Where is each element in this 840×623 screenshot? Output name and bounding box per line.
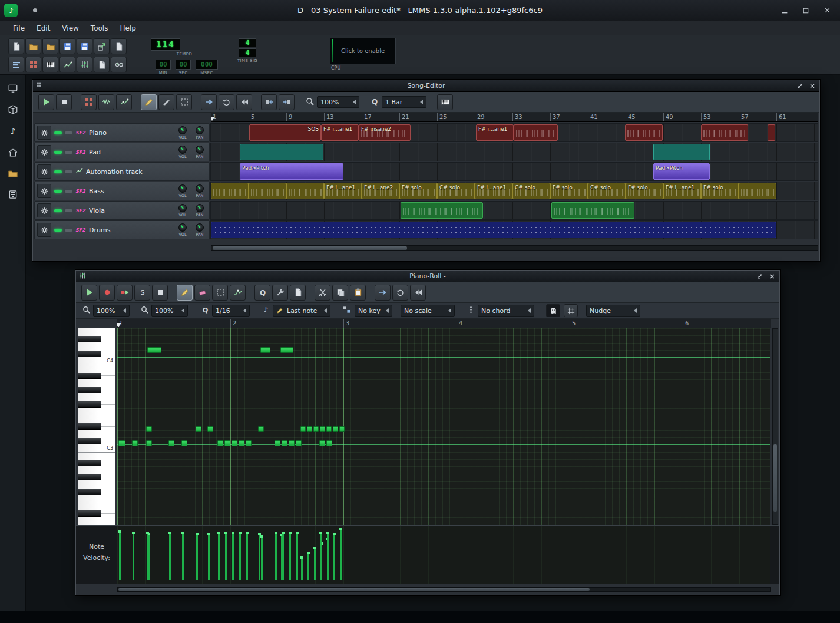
velocity-handle[interactable] — [258, 533, 261, 535]
timeline-tick[interactable]: 57 — [739, 113, 749, 122]
timeline-tick[interactable]: 61 — [776, 113, 786, 122]
song-editor-close-button[interactable] — [808, 82, 816, 90]
velocity-bar[interactable] — [314, 548, 316, 580]
timeline-tick[interactable]: 13 — [324, 113, 334, 122]
song-editor-titlebar[interactable]: Song-Editor — [33, 80, 819, 92]
sidebar-samples-button[interactable] — [5, 102, 21, 117]
velocity-handle[interactable] — [217, 532, 220, 534]
play-button[interactable] — [38, 94, 54, 110]
song-timeline[interactable]: 15913172125293337414549535761 — [211, 113, 818, 122]
velocity-bar[interactable] — [289, 533, 291, 580]
velocity-handle[interactable] — [118, 530, 121, 533]
piano-note[interactable] — [275, 440, 280, 446]
track-mute-led[interactable] — [54, 229, 62, 232]
quantize-select[interactable]: 1/16 — [212, 305, 250, 317]
black-key[interactable] — [78, 373, 101, 379]
velocity-handle[interactable] — [146, 532, 149, 534]
keyboard-button[interactable] — [437, 94, 453, 110]
velocity-handle[interactable] — [168, 532, 171, 534]
timeline-tick[interactable]: 6 — [683, 319, 689, 328]
black-key[interactable] — [78, 510, 101, 517]
knife-mode-button[interactable] — [158, 94, 174, 110]
menu-edit[interactable]: Edit — [31, 22, 56, 34]
velocity-bar[interactable] — [307, 553, 309, 580]
zoom-y-select[interactable]: 100% — [151, 305, 188, 317]
velocity-handle[interactable] — [313, 547, 316, 549]
pattern-segment[interactable]: C# solo — [588, 183, 626, 199]
track-gear-button[interactable] — [37, 145, 51, 159]
maximize-button[interactable] — [796, 4, 815, 18]
piano-roll-hscrollbar[interactable] — [117, 587, 771, 592]
timeline-tick[interactable]: 9 — [286, 113, 292, 122]
velocity-bar[interactable] — [296, 533, 298, 580]
pattern-segment[interactable]: F# i...ane1 — [321, 124, 359, 141]
velocity-bar[interactable] — [208, 534, 210, 580]
pan-knob[interactable] — [196, 146, 204, 154]
pattern-segment[interactable]: F# i...ane1 — [324, 183, 362, 199]
pattern-segment[interactable]: F# solo — [399, 183, 437, 199]
pattern-segment[interactable]: F# i...ane2 — [362, 183, 399, 199]
timeline-tick[interactable]: 3 — [343, 319, 349, 328]
track-panel[interactable]: SF2PadVOLPAN — [34, 143, 210, 161]
velocity-handle[interactable] — [260, 535, 263, 538]
velocity-bar[interactable] — [327, 533, 329, 580]
velocity-bar[interactable] — [301, 558, 303, 580]
note-grid[interactable] — [117, 328, 770, 525]
timeline-tick[interactable]: 33 — [512, 113, 522, 122]
pattern-segment[interactable] — [625, 124, 663, 141]
nudge-select[interactable]: Nudge — [586, 305, 640, 317]
timeline-tick[interactable]: 5 — [249, 113, 254, 122]
export-tracks-button[interactable] — [111, 38, 127, 54]
step-record-button[interactable] — [134, 285, 150, 301]
window-titlebar[interactable]: D - 03 System Failure edit* - LMMS 1.3.0… — [0, 0, 840, 21]
track-gear-button[interactable] — [37, 164, 51, 179]
pattern-segment[interactable]: Pad>Pitch — [653, 163, 710, 180]
timeline-tick[interactable]: 17 — [362, 113, 372, 122]
black-key[interactable] — [78, 401, 101, 408]
back-to-start-button[interactable] — [410, 285, 426, 301]
velocity-area[interactable] — [117, 526, 770, 584]
velocity-handle[interactable] — [319, 532, 322, 534]
pattern-segment[interactable] — [768, 124, 775, 141]
fx-mixer-toggle-button[interactable] — [77, 57, 92, 72]
song-editor-toggle-button[interactable] — [8, 57, 24, 72]
sidebar-presets-button[interactable] — [5, 123, 21, 139]
pattern-segment[interactable]: F# solo — [550, 183, 588, 199]
play-button[interactable] — [81, 285, 97, 301]
piano-roll-close-button[interactable] — [768, 272, 776, 281]
black-key[interactable] — [78, 423, 101, 430]
zoom-x-select[interactable]: 100% — [93, 305, 130, 317]
bb-editor-toggle-button[interactable] — [25, 57, 41, 72]
track-solo-led[interactable] — [65, 170, 72, 173]
piano-note[interactable] — [282, 440, 287, 446]
step-pair-icon[interactable] — [342, 305, 351, 316]
black-key[interactable] — [78, 387, 101, 393]
vscroll-thumb[interactable] — [773, 444, 777, 512]
velocity-handle[interactable] — [239, 532, 242, 534]
track-panel[interactable]: SF2DrumsVOLPAN — [34, 220, 210, 239]
controller-rack-toggle-button[interactable] — [111, 57, 127, 72]
stop-button[interactable] — [56, 94, 72, 110]
export-project-button[interactable] — [94, 38, 110, 54]
piano-note[interactable] — [260, 347, 270, 353]
piano-note[interactable] — [319, 440, 325, 446]
minimize-button[interactable] — [775, 4, 794, 18]
vol-knob[interactable] — [178, 146, 187, 154]
track-lane[interactable] — [210, 143, 818, 161]
piano-note[interactable] — [217, 440, 223, 446]
velocity-handle[interactable] — [207, 533, 210, 535]
velocity-handle[interactable] — [339, 528, 342, 530]
automation-editor-toggle-button[interactable] — [59, 57, 75, 72]
velocity-handle[interactable] — [307, 552, 310, 554]
timeline-tick[interactable]: 25 — [437, 113, 447, 122]
velocity-handle[interactable] — [246, 532, 249, 534]
pattern-segment[interactable] — [401, 202, 483, 219]
pattern-segment[interactable] — [653, 144, 710, 160]
velocity-bar[interactable] — [239, 533, 241, 580]
velocity-handle[interactable] — [196, 533, 199, 535]
timesig-denominator-lcd[interactable]: 4 — [239, 48, 256, 57]
velocity-handle[interactable] — [232, 532, 234, 534]
draw-mode-button[interactable] — [141, 94, 157, 110]
cpu-visualizer[interactable]: Click to enable — [330, 38, 396, 64]
track-solo-led[interactable] — [65, 229, 72, 232]
